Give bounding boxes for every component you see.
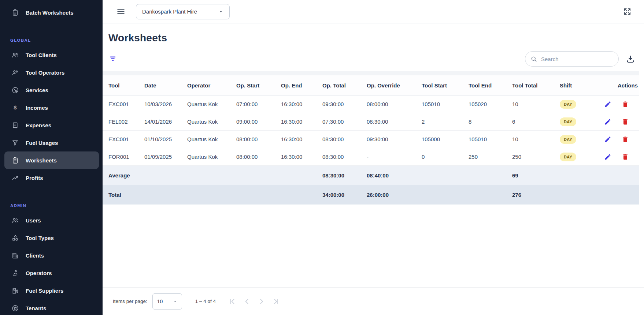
- cell-date: 01/09/2025: [144, 154, 187, 160]
- worksheets-table: Tool Date Operator Op. Start Op. End Op.…: [103, 71, 639, 205]
- menu-toggle-button[interactable]: [116, 7, 126, 16]
- last-page-icon: [272, 297, 280, 305]
- average-tool-total: 69: [512, 172, 560, 179]
- cell-operator: Quartus Kok: [187, 136, 236, 142]
- shift-badge: DAY: [560, 100, 576, 109]
- column-header-op-total: Op. Total: [322, 82, 367, 89]
- sidebar-item-operators[interactable]: Operators: [0, 264, 99, 282]
- service-icon: [11, 86, 19, 94]
- cell-tool-start: 0: [422, 154, 469, 160]
- average-row: Average 08:30:00 08:40:00 69: [103, 166, 639, 185]
- trash-icon: [622, 136, 629, 143]
- expand-icon: [623, 7, 632, 16]
- column-header-op-end: Op. End: [281, 82, 322, 89]
- cell-tool: FEL002: [108, 119, 144, 125]
- search-input[interactable]: [541, 56, 614, 62]
- chevron-left-icon: [243, 297, 251, 305]
- last-page-button[interactable]: [272, 297, 281, 306]
- cell-op-override: -: [367, 154, 422, 160]
- next-page-button[interactable]: [258, 297, 266, 306]
- cell-actions: [601, 153, 639, 161]
- column-header-shift: Shift: [560, 82, 601, 89]
- average-op-total: 08:30:00: [322, 172, 367, 179]
- sidebar-item-tenants[interactable]: Tenants: [0, 299, 99, 315]
- cell-op-end: 16:30:00: [281, 136, 322, 142]
- tenant-select-value: Dankospark Plant Hire: [142, 8, 197, 15]
- sidebar-item-worksheets[interactable]: Worksheets: [4, 151, 99, 169]
- page-title: Worksheets: [108, 32, 631, 44]
- sidebar-item-label: Tenants: [26, 305, 46, 311]
- shift-badge: DAY: [560, 135, 576, 144]
- sidebar-item-label: Fuel Suppliers: [26, 288, 63, 294]
- sidebar-item-tool-types[interactable]: Tool Types: [0, 229, 99, 247]
- tenant-select[interactable]: Dankospark Plant Hire: [136, 4, 230, 19]
- sidebar-item-tool-clients[interactable]: Tool Clients: [0, 46, 99, 64]
- caret-down-icon: [173, 299, 177, 304]
- sidebar-item-label: Expenses: [26, 122, 51, 128]
- cell-op-total: 08:30:00: [322, 136, 367, 142]
- table-row: EXC001 10/03/2026 Quartus Kok 07:00:00 1…: [103, 95, 639, 113]
- total-op-total: 34:00:00: [322, 192, 367, 198]
- cell-tool-start: 105010: [422, 101, 469, 107]
- cell-operator: Quartus Kok: [187, 119, 236, 125]
- download-button[interactable]: [626, 54, 635, 64]
- sidebar-item-label: Fuel Usages: [26, 140, 58, 146]
- sidebar-item-profits[interactable]: Profits: [0, 169, 99, 187]
- receipt-icon: [11, 121, 19, 129]
- cell-op-end: 16:30:00: [281, 154, 322, 160]
- cell-tool: EXC001: [108, 101, 144, 107]
- sidebar-item-expenses[interactable]: Expenses: [0, 116, 99, 134]
- delete-row-button[interactable]: [622, 153, 629, 161]
- person-icon: [11, 269, 19, 277]
- filter-button[interactable]: [106, 52, 120, 66]
- previous-page-button[interactable]: [243, 297, 252, 306]
- trash-icon: [622, 101, 629, 108]
- building-icon: [11, 252, 19, 259]
- cell-tool: EXC001: [108, 136, 144, 142]
- funnel-icon: [11, 139, 19, 147]
- sidebar-item-services[interactable]: Services: [0, 81, 99, 99]
- sidebar-item-tool-operators[interactable]: Tool Operators: [0, 64, 99, 81]
- sidebar-item-batch-worksheets[interactable]: Batch Worksheets: [0, 4, 99, 21]
- pencil-icon: [604, 136, 611, 143]
- sidebar-item-fuel-usages[interactable]: Fuel Usages: [0, 134, 99, 151]
- shift-badge: DAY: [560, 117, 576, 126]
- cell-op-total: 09:30:00: [322, 101, 367, 107]
- sidebar-item-users[interactable]: Users: [0, 211, 99, 229]
- first-page-button[interactable]: [228, 297, 237, 306]
- sidebar-item-incomes[interactable]: Incomes: [0, 99, 99, 116]
- chevron-right-icon: [258, 297, 266, 305]
- sidebar-item-label: Clients: [26, 252, 44, 259]
- column-header-op-start: Op. Start: [236, 82, 281, 89]
- topbar: Dankospark Plant Hire: [103, 0, 644, 23]
- sidebar-section-global: GLOBAL: [10, 38, 103, 42]
- group-icon: [11, 217, 19, 224]
- total-row: Total 34:00:00 26:00:00 276: [103, 185, 639, 205]
- cell-op-start: 08:00:00: [236, 154, 281, 160]
- sidebar-item-clients[interactable]: Clients: [0, 247, 99, 264]
- edit-row-button[interactable]: [604, 153, 611, 161]
- cell-tool: FOR001: [108, 154, 144, 160]
- shift-badge: DAY: [560, 153, 576, 161]
- cell-actions: [601, 118, 639, 125]
- sidebar-item-fuel-suppliers[interactable]: Fuel Suppliers: [0, 282, 99, 299]
- items-per-page-select[interactable]: 10: [152, 293, 182, 310]
- edit-row-button[interactable]: [604, 101, 611, 108]
- column-header-actions: Actions: [601, 82, 639, 89]
- cell-tool-total: 10: [512, 136, 560, 142]
- operator-gear-icon: [11, 69, 19, 76]
- edit-row-button[interactable]: [604, 118, 611, 125]
- cell-op-override: 08:30:00: [367, 119, 422, 125]
- delete-row-button[interactable]: [622, 101, 629, 108]
- cell-op-total: 08:30:00: [322, 154, 367, 160]
- column-header-tool-end: Tool End: [469, 82, 512, 89]
- cell-op-start: 08:00:00: [236, 136, 281, 142]
- cell-op-override: 08:00:00: [367, 101, 422, 107]
- delete-row-button[interactable]: [622, 136, 629, 143]
- cell-shift: DAY: [560, 117, 601, 126]
- delete-row-button[interactable]: [622, 118, 629, 125]
- edit-row-button[interactable]: [604, 136, 611, 143]
- fullscreen-button[interactable]: [623, 7, 632, 16]
- table-row: FEL002 14/01/2026 Quartus Kok 09:00:00 1…: [103, 113, 639, 131]
- table-scrollbar-track[interactable]: [103, 71, 639, 75]
